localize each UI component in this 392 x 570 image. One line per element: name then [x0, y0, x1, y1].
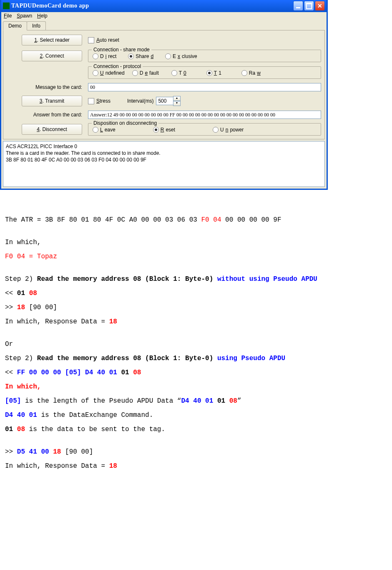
- interval-spinner[interactable]: ▴ ▾: [156, 96, 181, 106]
- disconnect-button[interactable]: 4. Disconnect: [22, 124, 82, 135]
- interval-input[interactable]: [156, 97, 173, 105]
- protocol-t1-radio[interactable]: T1: [206, 70, 221, 76]
- app-icon: [3, 3, 10, 9]
- status-box: ACS ACR122L PICC Interface 0 There is a …: [3, 141, 325, 187]
- document-body: The ATR = 3B 8F 80 01 80 4F 0C A0 00 00 …: [0, 190, 392, 484]
- resp1: >> 18 [90 00]: [5, 303, 387, 313]
- expl-len: [05] is the length of the Pseudo APDU Da…: [5, 396, 387, 406]
- message-label: Message to the card:: [35, 84, 82, 90]
- share-mode-legend: Connection - share mode: [92, 47, 151, 53]
- auto-reset-checkbox[interactable]: Auto reset: [88, 37, 321, 43]
- expl-data: 01 08 is the data to be sent to the tag.: [5, 424, 387, 434]
- in-which-red: In which,: [5, 382, 387, 392]
- share-direct-radio[interactable]: Direct: [93, 53, 116, 59]
- protocol-undefined-radio[interactable]: Undefined: [93, 70, 125, 76]
- disposition-leave-radio[interactable]: Leave: [93, 127, 116, 133]
- disposition-group: Disposition on disconnecting Leave Reset…: [88, 123, 321, 136]
- answer-label: Answer from the card:: [33, 112, 82, 118]
- share-exclusive-radio[interactable]: Exclusive: [165, 53, 197, 59]
- main-panel: 1. Select reader Auto reset 2. Connect C…: [3, 30, 325, 139]
- disposition-unpower-radio[interactable]: Unpower: [213, 127, 244, 133]
- answer-output[interactable]: [88, 111, 321, 119]
- minimize-button[interactable]: [293, 1, 303, 11]
- step2-a: Step 2) Read the memory address 08 (Bloc…: [5, 274, 387, 284]
- menu-spawn[interactable]: Spawn: [17, 13, 32, 19]
- stress-checkbox[interactable]: Stress: [88, 98, 111, 104]
- message-input[interactable]: [88, 83, 321, 91]
- cmd2: << FF 00 00 00 [05] D4 40 01 01 08: [5, 368, 387, 378]
- menu-file[interactable]: File: [4, 13, 12, 19]
- transmit-button[interactable]: 3. Transmit: [22, 96, 82, 106]
- titlebar: TAPDUDemoCard demo app ✕: [1, 0, 327, 12]
- interval-label: Interval(ms): [127, 98, 153, 104]
- in-which: In which,: [5, 237, 387, 247]
- topaz-line: F0 04 = Topaz: [5, 252, 387, 262]
- interval-down[interactable]: ▾: [173, 101, 181, 106]
- share-shared-radio[interactable]: Shared: [128, 53, 153, 59]
- or-line: Or: [5, 339, 387, 349]
- cmd1: << 01 08: [5, 288, 387, 298]
- protocol-t0-radio[interactable]: T0: [171, 70, 186, 76]
- protocol-raw-radio[interactable]: Raw: [241, 70, 261, 76]
- protocol-group: Connection - protocol Undefined Default …: [88, 66, 321, 79]
- tab-strip: Demo Info: [3, 21, 325, 30]
- window-title: TAPDUDemoCard demo app: [11, 3, 293, 9]
- disposition-legend: Disposition on disconnecting: [92, 120, 158, 126]
- step2-b: Step 2) Read the memory address 08 (Bloc…: [5, 353, 387, 363]
- connect-button[interactable]: 2. Connect: [22, 50, 82, 61]
- close-button[interactable]: ✕: [315, 1, 325, 11]
- resp2: >> D5 41 00 18 [90 00]: [5, 447, 387, 457]
- expl-de: D4 40 01 is the DataExchange Command.: [5, 410, 387, 420]
- select-reader-button[interactable]: 1. Select reader: [22, 35, 82, 45]
- window-controls: ✕: [293, 1, 325, 11]
- resp-data-1: In which, Response Data = 18: [5, 317, 387, 327]
- atr-line: The ATR = 3B 8F 80 01 80 4F 0C A0 00 00 …: [5, 215, 387, 225]
- menu-help[interactable]: Help: [37, 13, 48, 19]
- menubar: File Spawn Help: [1, 12, 327, 20]
- maximize-button[interactable]: [304, 1, 314, 11]
- protocol-legend: Connection - protocol: [92, 63, 143, 69]
- resp-data-2: In which, Response Data = 18: [5, 461, 387, 471]
- interval-up[interactable]: ▴: [173, 96, 181, 101]
- disposition-reset-radio[interactable]: Reset: [153, 127, 175, 133]
- app-window: TAPDUDemoCard demo app ✕ File Spawn Help…: [0, 0, 328, 190]
- tab-demo[interactable]: Demo: [3, 21, 27, 30]
- protocol-default-radio[interactable]: Default: [132, 70, 159, 76]
- tab-info[interactable]: Info: [27, 21, 46, 30]
- share-mode-group: Connection - share mode Direct Shared Ex…: [88, 50, 321, 62]
